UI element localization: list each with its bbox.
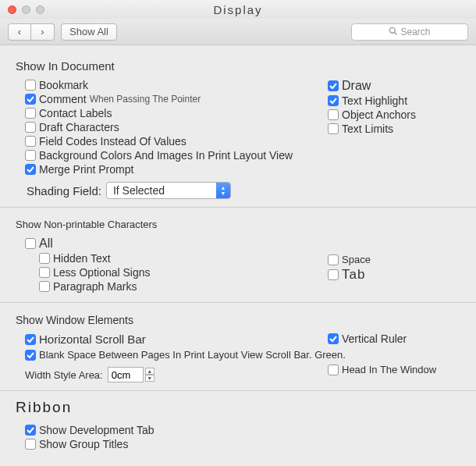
label-comment-sub: When Passing The Pointer	[90, 94, 201, 105]
checkbox-hscroll[interactable]	[25, 334, 36, 345]
checkbox-vruler[interactable]	[328, 333, 339, 344]
label-space: Space	[342, 254, 371, 265]
checkbox-hidden-text[interactable]	[39, 253, 50, 264]
label-tab: Tab	[342, 267, 365, 283]
checkbox-blank-space[interactable]	[25, 350, 36, 361]
back-button[interactable]: ‹	[8, 23, 31, 41]
section-show-in-document: Show In Document	[16, 59, 460, 73]
chevron-updown-icon: ▲▼	[216, 183, 230, 198]
select-shading-field[interactable]: If Selected ▲▼	[106, 182, 231, 199]
label-draft-chars: Draft Characters	[39, 121, 119, 133]
label-dev-tab: Show Development Tab	[39, 424, 155, 436]
label-bookmark: Bookmark	[39, 79, 88, 91]
label-blank-space: Blank Space Between Pages In Print Layou…	[39, 349, 346, 361]
svg-line-1	[395, 32, 397, 34]
checkbox-tab[interactable]	[328, 269, 339, 280]
checkbox-bg-colors[interactable]	[25, 150, 36, 161]
label-group-titles: Show Group Titles	[39, 438, 128, 450]
input-width-style[interactable]	[108, 367, 144, 382]
svg-point-0	[390, 27, 396, 33]
label-bg-colors: Background Colors And Images In Print La…	[39, 149, 293, 162]
nav-segment: ‹ ›	[8, 23, 55, 41]
checkbox-contact-labels[interactable]	[25, 108, 36, 119]
search-placeholder: Search	[400, 27, 430, 37]
label-less-optional: Less Optional Signs	[53, 266, 151, 279]
label-field-codes: Field Codes Instead Of Values	[39, 135, 186, 148]
label-hidden-text: Hidden Text	[53, 252, 111, 265]
checkbox-draft-chars[interactable]	[25, 122, 36, 133]
checkbox-field-codes[interactable]	[25, 136, 36, 147]
toolbar: ‹ › Show All Search	[0, 19, 476, 45]
checkbox-less-optional[interactable]	[39, 267, 50, 278]
chevron-down-icon[interactable]: ▼	[145, 375, 155, 382]
chevron-up-icon[interactable]: ▲	[145, 368, 155, 375]
checkbox-space[interactable]	[328, 254, 339, 265]
label-vruler: Vertical Ruler	[342, 333, 407, 345]
label-all: All	[39, 237, 53, 251]
search-icon	[389, 27, 397, 37]
label-paragraph-marks: Paragraph Marks	[53, 280, 137, 293]
section-ribbon: Ribbon	[16, 399, 460, 416]
search-input[interactable]: Search	[351, 23, 468, 41]
select-shading-value: If Selected	[107, 184, 216, 197]
window-title: Display	[0, 3, 476, 16]
checkbox-bookmark[interactable]	[25, 80, 36, 91]
checkbox-paragraph-marks[interactable]	[39, 281, 50, 292]
section-non-printable: Show Non-printable Characters	[16, 219, 460, 230]
checkbox-dev-tab[interactable]	[25, 425, 36, 436]
titlebar: Display	[0, 0, 476, 19]
checkbox-merge-print[interactable]	[25, 164, 36, 175]
checkbox-text-limits[interactable]	[328, 123, 339, 134]
label-width-style: Width Style Area:	[25, 369, 103, 381]
checkbox-text-highlight[interactable]	[328, 95, 339, 106]
label-head-in-window: Head In The Window	[342, 364, 436, 375]
forward-button[interactable]: ›	[31, 23, 55, 41]
label-text-highlight: Text Highlight	[342, 94, 407, 107]
checkbox-comment[interactable]	[25, 94, 36, 105]
label-shading-field: Shading Field:	[27, 184, 101, 197]
checkbox-all[interactable]	[25, 238, 36, 249]
stepper-width-style[interactable]: ▲ ▼	[108, 367, 155, 382]
section-window-elements: Show Window Elements	[16, 314, 460, 326]
label-draw: Draw	[342, 79, 371, 93]
label-contact-labels: Contact Labels	[39, 107, 112, 119]
checkbox-object-anchors[interactable]	[328, 109, 339, 120]
label-hscroll: Horizontal Scroll Bar	[39, 333, 146, 346]
checkbox-draw[interactable]	[328, 80, 339, 91]
label-merge-print: Merge Print Prompt	[39, 163, 133, 176]
checkbox-group-titles[interactable]	[25, 439, 36, 450]
checkbox-head-in-window[interactable]	[328, 365, 339, 375]
label-text-limits: Text Limits	[342, 123, 393, 135]
label-comment: Comment	[39, 93, 87, 105]
show-all-button[interactable]: Show All	[61, 23, 117, 41]
label-object-anchors: Object Anchors	[342, 108, 416, 121]
